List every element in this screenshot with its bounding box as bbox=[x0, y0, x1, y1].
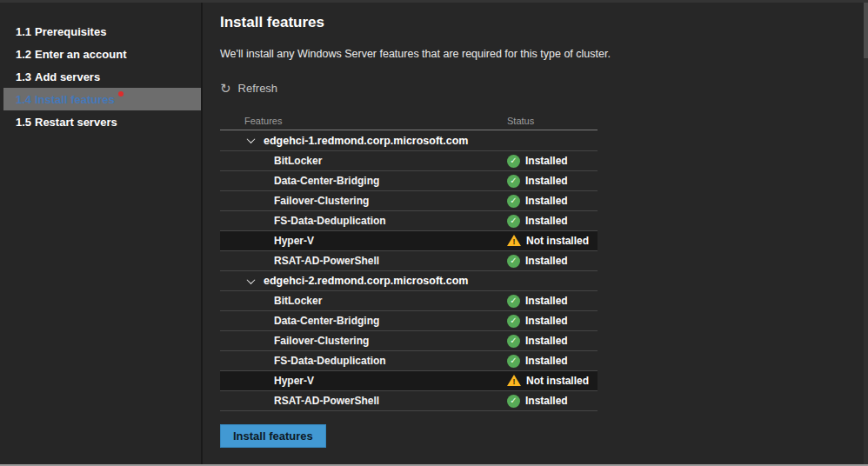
step-number: 1.2 bbox=[16, 48, 35, 61]
feature-status: Installed bbox=[507, 255, 568, 268]
check-circle-icon bbox=[507, 315, 520, 328]
server-group-row-2[interactable]: edgehci-2.redmond.corp.microsoft.com bbox=[220, 270, 598, 290]
feature-name: Hyper-V bbox=[274, 235, 507, 247]
page-description: We'll install any Windows Server feature… bbox=[220, 47, 863, 61]
feature-name: RSAT-AD-PowerShell bbox=[274, 255, 507, 267]
feature-status: Installed bbox=[507, 295, 568, 308]
chevron-down-icon bbox=[247, 135, 256, 143]
sidebar-item-prerequisites[interactable]: 1.1 Prerequisites bbox=[0, 20, 201, 43]
feature-row[interactable]: Failover-Clustering Installed bbox=[220, 330, 598, 350]
feature-status: Installed bbox=[507, 355, 568, 368]
feature-status: Installed bbox=[507, 335, 568, 348]
status-label: Installed bbox=[525, 295, 568, 307]
check-circle-icon bbox=[507, 295, 520, 308]
step-number: 1.4 bbox=[16, 93, 35, 106]
feature-name: Hyper-V bbox=[274, 375, 507, 387]
feature-row[interactable]: BitLocker Installed bbox=[220, 150, 598, 170]
feature-row[interactable]: BitLocker Installed bbox=[220, 290, 598, 310]
check-circle-icon bbox=[507, 395, 520, 408]
status-label: Installed bbox=[525, 195, 568, 207]
feature-status: Installed bbox=[507, 395, 568, 408]
feature-row[interactable]: RSAT-AD-PowerShell Installed bbox=[220, 390, 598, 410]
feature-row[interactable]: RSAT-AD-PowerShell Installed bbox=[220, 250, 598, 270]
feature-status: Installed bbox=[507, 155, 568, 168]
feature-row[interactable]: FS-Data-Deduplication Installed bbox=[220, 350, 598, 370]
step-label: Restart servers bbox=[35, 116, 117, 129]
step-number: 1.5 bbox=[16, 116, 35, 129]
server-group-row-1[interactable]: edgehci-1.redmond.corp.microsoft.com bbox=[220, 130, 598, 150]
feature-row-not-installed[interactable]: Hyper-V Not installed bbox=[220, 370, 598, 390]
page-title: Install features bbox=[220, 13, 863, 32]
step-label: Enter an account bbox=[35, 48, 126, 61]
check-circle-icon bbox=[507, 175, 520, 188]
step-number: 1.1 bbox=[16, 25, 35, 38]
scrollbar-thumb[interactable] bbox=[864, 3, 868, 58]
feature-name: Data-Center-Bridging bbox=[274, 175, 507, 187]
features-table: Features Status edgehci-1.redmond.corp.m… bbox=[220, 111, 598, 411]
status-label: Not installed bbox=[526, 375, 589, 387]
status-label: Installed bbox=[525, 215, 568, 227]
warning-triangle-icon bbox=[507, 375, 521, 387]
feature-name: FS-Data-Deduplication bbox=[274, 215, 507, 227]
check-circle-icon bbox=[507, 335, 520, 348]
status-label: Installed bbox=[525, 315, 568, 327]
notification-dot bbox=[118, 91, 124, 97]
feature-name: Data-Center-Bridging bbox=[274, 315, 507, 327]
feature-status: Installed bbox=[507, 315, 568, 328]
feature-name: BitLocker bbox=[274, 155, 507, 167]
feature-status: Not installed bbox=[507, 235, 589, 247]
refresh-label: Refresh bbox=[238, 82, 278, 95]
steps-sidebar: 1.1 Prerequisites 1.2 Enter an account 1… bbox=[0, 3, 203, 464]
feature-row[interactable]: Data-Center-Bridging Installed bbox=[220, 310, 598, 330]
status-label: Installed bbox=[525, 355, 568, 367]
server-name: edgehci-2.redmond.corp.microsoft.com bbox=[264, 275, 468, 287]
sidebar-item-add-servers[interactable]: 1.3 Add servers bbox=[0, 65, 201, 88]
chevron-down-icon bbox=[247, 276, 256, 284]
feature-name: Failover-Clustering bbox=[274, 195, 507, 207]
server-name: edgehci-1.redmond.corp.microsoft.com bbox=[264, 135, 468, 147]
feature-status: Installed bbox=[507, 175, 568, 188]
feature-status: Installed bbox=[507, 215, 568, 228]
status-label: Installed bbox=[525, 255, 568, 267]
table-header-row: Features Status bbox=[220, 111, 598, 130]
feature-row[interactable]: Failover-Clustering Installed bbox=[220, 190, 598, 210]
check-circle-icon bbox=[507, 355, 520, 368]
install-features-button[interactable]: Install features bbox=[220, 424, 326, 448]
status-label: Installed bbox=[525, 155, 568, 167]
status-label: Installed bbox=[525, 175, 568, 187]
feature-name: FS-Data-Deduplication bbox=[274, 355, 507, 367]
feature-row[interactable]: Data-Center-Bridging Installed bbox=[220, 170, 598, 190]
refresh-icon: ↻ bbox=[220, 82, 231, 95]
step-number: 1.3 bbox=[16, 70, 35, 83]
sidebar-item-install-features[interactable]: 1.4 Install features bbox=[3, 88, 201, 110]
warning-triangle-icon bbox=[507, 235, 521, 247]
feature-row[interactable]: FS-Data-Deduplication Installed bbox=[220, 210, 598, 230]
column-header-features: Features bbox=[244, 116, 507, 126]
step-label: Add servers bbox=[35, 70, 100, 83]
vertical-scrollbar[interactable] bbox=[864, 3, 868, 464]
column-header-status: Status bbox=[507, 116, 534, 126]
step-label: Install features bbox=[35, 93, 115, 106]
status-label: Not installed bbox=[526, 235, 589, 247]
check-circle-icon bbox=[507, 155, 520, 168]
status-label: Installed bbox=[525, 395, 568, 407]
feature-name: RSAT-AD-PowerShell bbox=[274, 395, 507, 407]
step-label: Prerequisites bbox=[35, 25, 106, 38]
sidebar-item-enter-an-account[interactable]: 1.2 Enter an account bbox=[0, 43, 201, 65]
feature-name: Failover-Clustering bbox=[274, 335, 507, 347]
feature-name: BitLocker bbox=[274, 295, 507, 307]
feature-status: Not installed bbox=[507, 375, 589, 387]
refresh-button[interactable]: ↻ Refresh bbox=[220, 82, 277, 95]
check-circle-icon bbox=[507, 195, 520, 208]
install-features-panel: Install features We'll install any Windo… bbox=[204, 3, 863, 464]
status-label: Installed bbox=[525, 335, 568, 347]
sidebar-item-restart-servers[interactable]: 1.5 Restart servers bbox=[0, 110, 201, 133]
check-circle-icon bbox=[507, 255, 520, 268]
feature-status: Installed bbox=[507, 195, 568, 208]
feature-row-not-installed[interactable]: Hyper-V Not installed bbox=[220, 230, 598, 250]
check-circle-icon bbox=[507, 215, 520, 228]
